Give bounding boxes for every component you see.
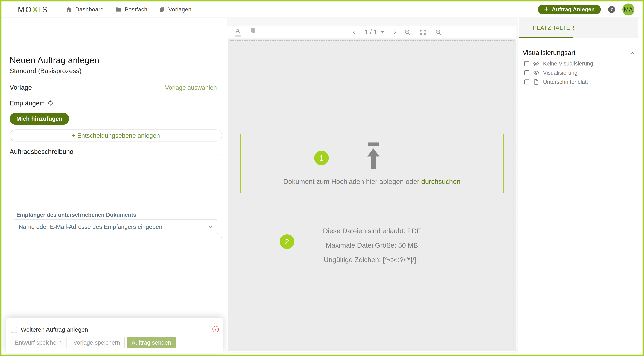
- caret-down-icon: [381, 31, 384, 33]
- zoom-out-icon[interactable]: [404, 29, 411, 36]
- page-indicator-dropdown[interactable]: 1 / 1: [364, 28, 384, 36]
- logo-x-accent: X: [32, 5, 39, 14]
- save-template-button[interactable]: Vorlage speichern: [69, 337, 124, 349]
- templates-icon: [159, 6, 166, 13]
- create-order-button[interactable]: + Auftrag Anlegen: [538, 5, 601, 14]
- action-buttons: Entwurf speichern Vorlage speichern Auft…: [10, 337, 176, 349]
- order-form-panel: Neuen Auftrag anlegen Standard (Basispro…: [2, 18, 227, 353]
- repeat-order-checkbox-row[interactable]: Weiteren Auftrag anlegen: [11, 326, 88, 333]
- keine-visualisierung-checkbox[interactable]: [524, 61, 529, 66]
- step-one-badge: 1: [314, 151, 329, 165]
- logo-text-left: MO: [18, 5, 32, 14]
- zoom-tools: [404, 29, 442, 36]
- app-root: MOXIS Dashboard Postfach Vorlagen: [0, 0, 644, 356]
- folder-icon: [115, 6, 122, 13]
- hand-pan-icon[interactable]: [249, 27, 257, 35]
- repeat-order-label: Weiteren Auftrag anlegen: [21, 326, 88, 333]
- avatar[interactable]: MA: [622, 3, 634, 15]
- nav-label: Postfach: [124, 6, 147, 13]
- fullscreen-icon[interactable]: [420, 29, 426, 36]
- drop-area-dashed-border: [230, 40, 514, 349]
- eye-off-icon: [533, 60, 540, 67]
- upload-rules: Diese Dateien sind erlaubt: PDF Maximale…: [228, 224, 516, 267]
- toolbar-left-tools: A: [235, 27, 257, 37]
- add-decision-level-button[interactable]: + Entscheidungsebene anlegen: [10, 129, 222, 141]
- sidebar-body: Visualisierungsart Keine Visualisierung: [519, 38, 642, 353]
- placeholder-sidebar: PLATZHALTER Visualisierungsart Keine Vis…: [518, 18, 642, 353]
- sidebar-tabbar: PLATZHALTER: [519, 18, 638, 38]
- active-tab-indicator: [519, 37, 573, 38]
- option-label: Visualisierung: [543, 70, 578, 76]
- top-navbar: MOXIS Dashboard Postfach Vorlagen: [2, 1, 642, 18]
- upload-rule-filetype: Diese Dateien sind erlaubt: PDF: [228, 224, 516, 238]
- help-button[interactable]: ?: [608, 6, 615, 13]
- upload-rule-filesize: Maximale Datei Größe: 50 MB: [228, 238, 516, 253]
- form-actions-card: Weiteren Auftrag anlegen i Entwurf speic…: [6, 318, 223, 353]
- send-order-button[interactable]: Auftrag senden: [127, 337, 176, 349]
- page-navigation: 1 / 1: [352, 28, 398, 36]
- create-order-label: Auftrag Anlegen: [552, 6, 595, 12]
- save-draft-button[interactable]: Entwurf speichern: [10, 337, 66, 349]
- document-icon: [533, 79, 540, 85]
- visualisierung-checkbox[interactable]: [524, 70, 529, 75]
- nav-label: Vorlagen: [168, 6, 192, 13]
- home-icon: [66, 6, 72, 13]
- option-keine-visualisierung[interactable]: Keine Visualisierung: [524, 60, 593, 67]
- zoom-in-icon[interactable]: [435, 29, 442, 36]
- unterschriftenblatt-checkbox[interactable]: [524, 79, 529, 84]
- main-nav: Dashboard Postfach Vorlagen: [66, 6, 192, 13]
- text-tool-icon[interactable]: A: [235, 27, 240, 37]
- upload-rule-characters: Ungültige Zeichen: [^<>:;?\"*|/]+: [228, 253, 516, 267]
- repeat-order-checkbox[interactable]: [11, 327, 17, 333]
- process-type-label: Standard (Basisprozess): [10, 67, 82, 75]
- drop-instruction-text: Dokument zum Hochladen hier ablegen oder: [283, 178, 421, 185]
- eye-icon: [533, 69, 540, 76]
- signed-doc-recipient-input[interactable]: [14, 220, 218, 234]
- document-viewer-panel: A 1 / 1: [227, 18, 518, 353]
- signed-doc-select: [14, 220, 218, 234]
- option-unterschriftenblatt[interactable]: Unterschriftenblatt: [524, 79, 588, 85]
- nav-label: Dashboard: [75, 6, 104, 13]
- document-drop-area[interactable]: 1 Dokument zum Hochladen hier ablegen od…: [228, 38, 516, 351]
- nav-item-postfach[interactable]: Postfach: [115, 6, 147, 13]
- template-row: Vorlage Vorlage auswählen: [10, 84, 217, 91]
- template-label: Vorlage: [10, 84, 32, 91]
- drop-instruction: Dokument zum Hochladen hier ablegen oder…: [240, 177, 503, 186]
- page-indicator: 1 / 1: [364, 28, 377, 35]
- browse-link[interactable]: durchsuchen: [421, 178, 460, 185]
- viewer-card: A 1 / 1: [227, 26, 516, 352]
- prev-page-icon[interactable]: [352, 30, 357, 35]
- upload-dropzone[interactable]: 1 Dokument zum Hochladen hier ablegen od…: [240, 134, 504, 193]
- recipients-label: Empfänger*: [10, 99, 44, 107]
- signed-doc-legend: Empfänger des unterschriebenen Dokuments: [14, 212, 138, 218]
- swap-recipients-icon[interactable]: [47, 100, 54, 106]
- topbar-actions: + Auftrag Anlegen ? MA: [538, 3, 634, 15]
- upload-arrow-icon: [366, 142, 381, 169]
- tab-platzhalter[interactable]: PLATZHALTER: [533, 25, 574, 31]
- option-visualisierung[interactable]: Visualisierung: [524, 69, 578, 76]
- logo-text-right: IS: [39, 5, 48, 14]
- description-textarea[interactable]: [10, 154, 222, 174]
- next-page-icon[interactable]: [392, 30, 398, 35]
- select-template-link[interactable]: Vorlage auswählen: [165, 84, 217, 91]
- nav-item-dashboard[interactable]: Dashboard: [66, 6, 104, 13]
- info-icon[interactable]: i: [212, 326, 219, 332]
- collapse-chevron-icon[interactable]: [630, 50, 636, 56]
- chevron-down-icon[interactable]: [207, 224, 214, 231]
- viewer-toolbar: A 1 / 1: [227, 26, 516, 38]
- select-divider: [202, 220, 202, 233]
- page-title: Neuen Auftrag anlegen: [10, 55, 99, 65]
- option-label: Unterschriftenblatt: [543, 79, 588, 85]
- add-me-button[interactable]: Mich hinzufügen: [10, 113, 69, 125]
- option-label: Keine Visualisierung: [543, 60, 593, 67]
- recipients-row: Empfänger*: [10, 99, 54, 107]
- signed-doc-fieldset: Empfänger des unterschriebenen Dokuments: [10, 212, 222, 238]
- moxis-logo[interactable]: MOXIS: [18, 5, 48, 14]
- visualization-section-title: Visualisierungsart: [522, 49, 576, 57]
- nav-item-vorlagen[interactable]: Vorlagen: [159, 6, 192, 13]
- main-layout: Neuen Auftrag anlegen Standard (Basispro…: [2, 18, 642, 353]
